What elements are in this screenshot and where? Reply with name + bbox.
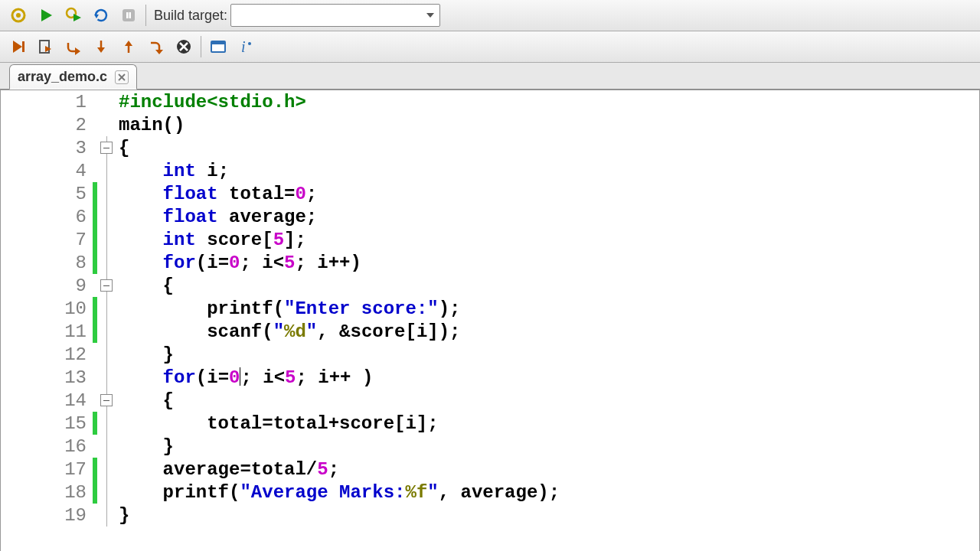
info-button[interactable]: i xyxy=(235,36,256,57)
code-line[interactable]: 1#include<stdio.h> xyxy=(1,90,979,113)
debug-windows-button[interactable] xyxy=(207,36,229,57)
svg-marker-15 xyxy=(97,47,105,53)
tab-label: array_demo.c xyxy=(18,69,107,85)
fold-guide xyxy=(97,412,116,435)
fold-minus-icon xyxy=(100,142,113,154)
code-line[interactable]: 12 } xyxy=(1,343,979,366)
line-number: 11 xyxy=(1,321,93,342)
fold-toggle[interactable] xyxy=(97,389,116,412)
debug-start-button[interactable] xyxy=(8,36,29,57)
code-line[interactable]: 9 { xyxy=(1,274,979,297)
line-number: 12 xyxy=(1,344,93,365)
fold-toggle[interactable] xyxy=(97,136,116,159)
code-line[interactable]: 8 for(i=0; i<5; i++) xyxy=(1,251,979,274)
build-button[interactable] xyxy=(8,5,29,26)
code-line[interactable]: 19} xyxy=(1,504,979,527)
code-line[interactable]: 18 printf("Average Marks:%f", average); xyxy=(1,481,979,504)
line-number: 10 xyxy=(1,298,93,319)
code-line[interactable]: 7 int score[5]; xyxy=(1,228,979,251)
line-number: 2 xyxy=(1,115,93,135)
fold-guide xyxy=(97,320,116,343)
chevron-down-icon xyxy=(426,11,435,20)
code-text: { xyxy=(116,138,129,158)
build-target-label: Build target: xyxy=(154,8,227,24)
stop-debugger-button[interactable] xyxy=(173,36,194,57)
next-line-button[interactable] xyxy=(63,36,84,57)
svg-rect-22 xyxy=(211,41,225,44)
svg-rect-7 xyxy=(126,12,129,18)
editor-tabstrip: array_demo.c xyxy=(0,63,980,90)
step-out-button[interactable] xyxy=(118,36,139,57)
text-cursor xyxy=(240,367,240,386)
line-number: 9 xyxy=(1,276,93,296)
line-number: 16 xyxy=(1,436,93,457)
line-number: 15 xyxy=(1,413,93,434)
build-target-select[interactable] xyxy=(230,4,440,27)
svg-marker-10 xyxy=(13,41,22,53)
line-number: 6 xyxy=(1,207,93,227)
code-line[interactable]: 15 total=total+score[i]; xyxy=(1,412,979,435)
rebuild-button[interactable] xyxy=(90,5,112,26)
svg-rect-6 xyxy=(122,9,135,21)
code-line[interactable]: 11 scanf("%d", &score[i]); xyxy=(1,320,979,343)
build-run-button[interactable] xyxy=(63,5,84,26)
line-number: 3 xyxy=(1,138,93,158)
fold-guide xyxy=(97,366,116,389)
code-line[interactable]: 14 { xyxy=(1,389,979,412)
code-text: { xyxy=(116,276,174,296)
code-line[interactable]: 17 average=total/5; xyxy=(1,458,979,481)
fold-guide xyxy=(97,228,116,251)
code-line[interactable]: 6 float average; xyxy=(1,205,979,228)
code-line[interactable]: 5 float total=0; xyxy=(1,182,979,205)
abort-button[interactable] xyxy=(118,5,139,26)
code-text: printf("Enter score:"); xyxy=(116,298,461,319)
code-line[interactable]: 10 printf("Enter score:"); xyxy=(1,297,979,320)
svg-rect-11 xyxy=(22,41,24,52)
line-number: 1 xyxy=(1,92,93,112)
code-text: } xyxy=(116,344,174,365)
code-text: scanf("%d", &score[i]); xyxy=(116,321,461,342)
code-editor[interactable]: 1#include<stdio.h>2main()3{4 int i;5 flo… xyxy=(0,90,980,551)
next-instruction-button[interactable] xyxy=(145,36,167,57)
toolbar-debug: i xyxy=(0,31,980,63)
svg-marker-16 xyxy=(125,41,132,46)
code-text: for(i=0; i<5; i++ ) xyxy=(116,367,373,388)
toolbar-separator xyxy=(201,36,201,57)
code-line[interactable]: 16 } xyxy=(1,435,979,458)
tab-close-button[interactable] xyxy=(115,70,129,84)
code-text: float average; xyxy=(116,207,317,227)
code-text: #include<stdio.h> xyxy=(116,92,306,112)
code-line[interactable]: 4 int i; xyxy=(1,159,979,182)
svg-point-1 xyxy=(16,13,21,18)
run-to-cursor-button[interactable] xyxy=(35,36,57,57)
toolbar-separator xyxy=(145,5,146,26)
fold-guide xyxy=(97,504,116,527)
svg-text:i: i xyxy=(241,38,246,55)
code-line[interactable]: 2main() xyxy=(1,113,979,136)
code-text: main() xyxy=(116,115,185,135)
tab-array-demo[interactable]: array_demo.c xyxy=(9,64,137,90)
code-text: printf("Average Marks:%f", average); xyxy=(116,482,560,503)
fold-guide xyxy=(97,343,116,366)
code-text: } xyxy=(116,436,174,457)
line-number: 18 xyxy=(1,482,93,503)
step-into-button[interactable] xyxy=(90,36,112,57)
fold-toggle[interactable] xyxy=(97,274,116,297)
run-button[interactable] xyxy=(35,5,57,26)
fold-guide xyxy=(97,159,116,182)
code-text: } xyxy=(116,505,129,526)
fold-guide xyxy=(97,182,116,205)
svg-marker-9 xyxy=(426,13,434,18)
code-text: int i; xyxy=(116,161,229,181)
code-line[interactable]: 13 for(i=0; i<5; i++ ) xyxy=(1,366,979,389)
line-number: 19 xyxy=(1,505,93,526)
fold-guide xyxy=(97,90,116,113)
svg-marker-5 xyxy=(94,15,99,18)
code-text: { xyxy=(116,390,174,411)
code-line[interactable]: 3{ xyxy=(1,136,979,159)
fold-guide xyxy=(97,297,116,320)
svg-point-24 xyxy=(248,42,251,45)
fold-guide xyxy=(97,251,116,274)
fold-guide xyxy=(97,113,116,136)
line-number: 5 xyxy=(1,184,93,204)
